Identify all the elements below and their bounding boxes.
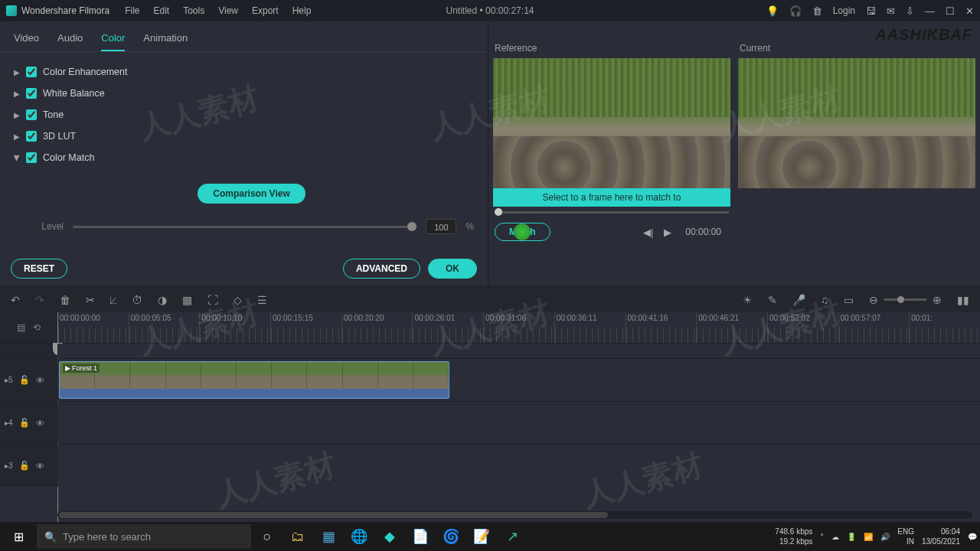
chrome-icon[interactable]: 🌐 <box>346 524 372 549</box>
ok-button[interactable]: OK <box>428 259 477 279</box>
chevron-right-icon: ▶ <box>14 132 20 141</box>
lightbulb-icon[interactable]: 💡 <box>766 5 779 17</box>
tab-color[interactable]: Color <box>101 28 125 51</box>
tab-video[interactable]: Video <box>14 28 39 51</box>
clip-forest[interactable]: ▶Forest 1 <box>59 361 449 399</box>
track-body-3[interactable] <box>57 445 980 487</box>
section-3d-lut[interactable]: ▶ 3D LUT <box>14 126 474 147</box>
section-color-match[interactable]: ▶ Color Match <box>14 147 474 168</box>
trash-icon[interactable]: 🗑 <box>812 5 822 17</box>
wifi-icon[interactable]: 📶 <box>864 533 873 541</box>
eye-icon[interactable]: 👁 <box>36 461 44 471</box>
app-logo-icon <box>6 5 17 16</box>
crop-icon[interactable]: ⟀ <box>110 294 116 306</box>
link-icon[interactable]: ⟲ <box>33 322 41 333</box>
redo-icon[interactable]: ↷ <box>35 294 44 306</box>
notifications-icon[interactable]: 💬 <box>968 533 977 541</box>
timeline-zoom[interactable]: ⊖ ⊕ <box>869 294 942 306</box>
volume-icon[interactable]: 🔊 <box>880 533 890 541</box>
lock-icon[interactable]: 🔓 <box>19 418 30 428</box>
explorer-icon[interactable]: 🗂 <box>285 524 311 549</box>
headphones-icon[interactable]: 🎧 <box>789 5 802 17</box>
battery-icon[interactable]: 🔋 <box>847 533 856 541</box>
login-button[interactable]: Login <box>833 5 855 16</box>
level-unit: % <box>466 221 474 232</box>
play-icon[interactable]: ▶ <box>664 227 671 238</box>
reference-frame-slider[interactable] <box>495 211 729 214</box>
mail-icon[interactable]: ✉ <box>887 5 895 17</box>
menu-edit[interactable]: Edit <box>154 5 170 16</box>
match-button[interactable]: Match <box>495 223 550 241</box>
menu-export[interactable]: Export <box>252 5 279 16</box>
tab-audio[interactable]: Audio <box>57 28 83 51</box>
mixer-icon[interactable]: ♫ <box>821 294 829 306</box>
reset-button[interactable]: RESET <box>11 259 67 279</box>
search-box[interactable]: 🔍 Type here to search <box>37 524 251 549</box>
detach-icon[interactable]: ⛶ <box>207 294 218 306</box>
app-icon[interactable]: ▦ <box>315 524 341 549</box>
close-icon[interactable]: ✕ <box>965 5 974 17</box>
edge-icon[interactable]: 🌀 <box>438 524 464 549</box>
undo-icon[interactable]: ↶ <box>11 294 20 306</box>
adjust-icon[interactable]: ☰ <box>257 294 267 306</box>
clock[interactable]: 06:04 13/05/2021 <box>922 527 960 546</box>
delete-icon[interactable]: 🗑 <box>60 294 70 306</box>
start-button[interactable]: ⊞ <box>3 524 34 549</box>
color-enhancement-checkbox[interactable] <box>26 67 37 77</box>
white-balance-checkbox[interactable] <box>26 88 37 99</box>
minimize-icon[interactable]: — <box>925 5 935 17</box>
tab-animation[interactable]: Animation <box>143 28 188 51</box>
menu-help[interactable]: Help <box>292 5 312 16</box>
track-body-4[interactable] <box>57 402 980 444</box>
color-match-label: Color Match <box>43 152 94 163</box>
color-enhancement-label: Color Enhancement <box>43 67 127 77</box>
timeline-options-icon[interactable]: ▤ <box>17 322 25 333</box>
fit-icon[interactable]: ▮▮ <box>957 294 969 306</box>
word-icon[interactable]: 📄 <box>407 524 433 549</box>
timeline-ruler[interactable]: 00:00:00:00 00:00:05:05 00:00:10:10 00:0… <box>57 312 980 343</box>
menu-tools[interactable]: Tools <box>183 5 204 16</box>
marker-icon[interactable]: ✎ <box>768 294 777 306</box>
download-icon[interactable]: ⇩ <box>906 5 914 17</box>
eye-icon[interactable]: 👁 <box>36 419 44 428</box>
step-back-icon[interactable]: ◀| <box>643 227 653 238</box>
tray-up-icon[interactable]: ˄ <box>820 533 824 541</box>
language-indicator[interactable]: ENG IN <box>897 527 914 546</box>
color-icon[interactable]: ◑ <box>158 294 167 306</box>
zoom-in-icon[interactable]: ⊕ <box>933 294 942 306</box>
maximize-icon[interactable]: ☐ <box>946 5 955 17</box>
level-value[interactable]: 100 <box>426 219 456 234</box>
mic-icon[interactable]: 🎤 <box>792 294 805 306</box>
snapshot-icon[interactable]: ▭ <box>844 294 854 306</box>
render-icon[interactable]: ☀ <box>743 294 753 306</box>
section-white-balance[interactable]: ▶ White Balance <box>14 83 474 104</box>
comparison-view-button[interactable]: Comparison View <box>198 184 305 204</box>
green-screen-icon[interactable]: ▦ <box>182 294 192 306</box>
advanced-button[interactable]: ADVANCED <box>343 259 420 279</box>
eye-icon[interactable]: 👁 <box>36 376 44 385</box>
cut-icon[interactable]: ✂ <box>86 294 95 306</box>
lock-icon[interactable]: 🔓 <box>19 375 30 385</box>
tone-checkbox[interactable] <box>26 109 37 120</box>
cortana-icon[interactable]: ○ <box>254 524 280 549</box>
timeline-scrollbar[interactable] <box>57 511 972 519</box>
section-color-enhancement[interactable]: ▶ Color Enhancement <box>14 61 474 83</box>
lock-icon[interactable]: 🔓 <box>19 461 30 471</box>
track-body-5[interactable]: ▶Forest 1 <box>57 359 980 401</box>
filmora-icon[interactable]: ◆ <box>377 524 403 549</box>
save-icon[interactable]: 🖫 <box>866 5 876 17</box>
color-match-checkbox[interactable] <box>26 152 37 163</box>
notepad-icon[interactable]: 📝 <box>469 524 495 549</box>
zoom-out-icon[interactable]: ⊖ <box>869 294 878 306</box>
menu-view[interactable]: View <box>218 5 238 16</box>
level-slider[interactable] <box>73 226 416 228</box>
lut-checkbox[interactable] <box>26 131 37 142</box>
menu-file[interactable]: File <box>125 5 139 16</box>
track-label: ▸5 <box>5 376 13 384</box>
speed-icon[interactable]: ⏱ <box>132 294 142 306</box>
share-icon[interactable]: ↗ <box>499 524 525 549</box>
reference-label: Reference <box>493 43 730 54</box>
section-tone[interactable]: ▶ Tone <box>14 104 474 126</box>
onedrive-icon[interactable]: ☁ <box>831 533 839 541</box>
keyframe-icon[interactable]: ◇ <box>234 294 242 306</box>
